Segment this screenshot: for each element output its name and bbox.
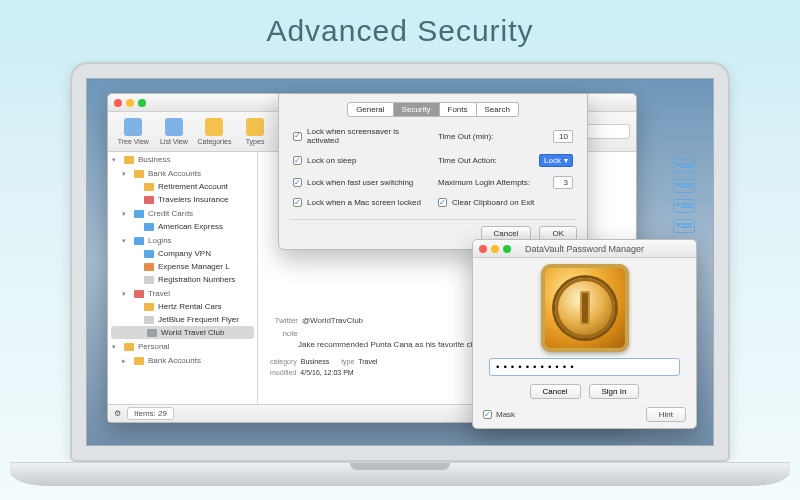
pref-option[interactable]: Lock when screensaver is activated <box>293 127 428 145</box>
pref-label: Lock when screensaver is activated <box>307 127 428 145</box>
pref-label: Maximum Login Attempts: <box>438 178 530 187</box>
sidebar-group-label: Personal <box>138 342 170 351</box>
sidebar-group[interactable]: Bank Accounts <box>108 353 257 367</box>
sidebar-group-label: Bank Accounts <box>148 356 201 365</box>
settings-icon[interactable]: ⚙ <box>114 409 121 418</box>
signin-button[interactable]: Sign In <box>589 384 640 399</box>
type-label: type <box>341 358 354 365</box>
item-icon <box>144 183 154 191</box>
vault-icon <box>541 264 629 352</box>
sidebar-group[interactable]: Bank Accounts <box>108 166 257 180</box>
toolbar-label: List View <box>160 138 188 145</box>
checkbox-icon[interactable] <box>293 178 302 187</box>
sidebar-item-label: Company VPN <box>158 249 211 258</box>
sidebar-item-label: Travelers Insurance <box>158 195 228 204</box>
folder-icon <box>134 237 144 245</box>
pref-field[interactable]: 10 <box>553 130 573 143</box>
pref-option[interactable]: Lock on sleep <box>293 154 428 167</box>
pref-option[interactable]: Lock when a Mac screen locked <box>293 198 428 207</box>
item-icon <box>147 329 157 337</box>
mask-label: Mask <box>496 410 515 419</box>
twitter-label: Twitter <box>270 316 298 325</box>
hint-button[interactable]: Hint <box>646 407 686 422</box>
checkbox-icon[interactable] <box>293 156 302 165</box>
sidebar-item-label: Hertz Rental Cars <box>158 302 222 311</box>
checkbox-icon[interactable] <box>438 198 447 207</box>
login-titlebar: DataVault Password Manager <box>473 240 696 258</box>
sidebar-group[interactable]: Travel <box>108 286 257 300</box>
pref-option[interactable]: Maximum Login Attempts:3 <box>438 176 573 189</box>
chevron-down-icon: ▾ <box>564 156 568 165</box>
card-icon <box>673 199 695 213</box>
sidebar-group[interactable]: Credit Cards <box>108 206 257 220</box>
login-title: DataVault Password Manager <box>473 244 696 254</box>
pref-label: Lock on sleep <box>307 156 356 165</box>
sidebar-item[interactable]: Travelers Insurance <box>108 193 257 206</box>
item-count: Items: 29 <box>127 407 174 420</box>
pref-label: Time Out Action: <box>438 156 497 165</box>
sidebar-item-label: World Travel Club <box>161 328 224 337</box>
sidebar-item[interactable]: Company VPN <box>108 247 257 260</box>
login-cancel-button[interactable]: Cancel <box>530 384 581 399</box>
toolbar-categories[interactable]: Categories <box>195 118 234 145</box>
password-input[interactable]: ••••••••••• <box>489 358 680 376</box>
sidebar-item[interactable]: American Express <box>108 220 257 233</box>
item-icon <box>144 196 154 204</box>
mask-checkbox[interactable] <box>483 410 492 419</box>
toolbar-label: Tree View <box>118 138 149 145</box>
prefs-tab-fonts[interactable]: Fonts <box>440 102 477 117</box>
sidebar-group-label: Credit Cards <box>148 209 193 218</box>
sidebar-item[interactable]: Retirement Account <box>108 180 257 193</box>
tree-view-icon <box>124 118 142 136</box>
sidebar[interactable]: BusinessBank AccountsRetirement AccountT… <box>108 152 258 404</box>
sidebar-group-label: Logins <box>148 236 172 245</box>
hero-background: Advanced Security DataVault Password Man… <box>0 0 800 500</box>
sidebar-group-label: Bank Accounts <box>148 169 201 178</box>
sidebar-group[interactable]: Business <box>108 152 257 166</box>
pref-option[interactable]: Time Out Action:Lock ▾ <box>438 154 573 167</box>
twitter-value: @WorldTravClub <box>302 316 363 325</box>
toolbar-label: Categories <box>198 138 232 145</box>
categories-icon <box>205 118 223 136</box>
login-window: DataVault Password Manager ••••••••••• C… <box>472 239 697 429</box>
prefs-tabs[interactable]: GeneralSecurityFontsSearch <box>289 102 577 117</box>
pref-option[interactable]: Clear Clipboard on Exit <box>438 198 573 207</box>
toolbar-list-view[interactable]: List View <box>155 118 194 145</box>
sidebar-item-label: Expense Manager L <box>158 262 230 271</box>
folder-icon <box>124 156 134 164</box>
prefs-tab-general[interactable]: General <box>347 102 393 117</box>
toolbar-types[interactable]: Types <box>236 118 275 145</box>
card-icon <box>673 179 695 193</box>
checkbox-icon[interactable] <box>293 198 302 207</box>
sidebar-item[interactable]: World Travel Club <box>111 326 254 339</box>
desktop-screen: DataVault Password Manager Tree ViewList… <box>86 78 714 446</box>
sidebar-group[interactable]: Personal <box>108 339 257 353</box>
sidebar-group[interactable]: Logins <box>108 233 257 247</box>
category-label: category <box>270 358 297 365</box>
sidebar-item[interactable]: Registration Numbers <box>108 273 257 286</box>
sidebar-item[interactable]: Expense Manager L <box>108 260 257 273</box>
pref-option[interactable]: Time Out (min):10 <box>438 127 573 145</box>
folder-icon <box>134 290 144 298</box>
pref-field[interactable]: 3 <box>553 176 573 189</box>
sidebar-item-label: Registration Numbers <box>158 275 235 284</box>
item-icon <box>144 223 154 231</box>
category-value: Business <box>301 358 329 365</box>
pref-select[interactable]: Lock ▾ <box>539 154 573 167</box>
checkbox-icon[interactable] <box>293 132 302 141</box>
pref-label: Lock when fast user switching <box>307 178 413 187</box>
item-icon <box>144 250 154 258</box>
toolbar-label: Types <box>246 138 265 145</box>
folder-icon <box>124 343 134 351</box>
toolbar-tree-view[interactable]: Tree View <box>114 118 153 145</box>
prefs-tab-search[interactable]: Search <box>477 102 519 117</box>
laptop-mock: DataVault Password Manager Tree ViewList… <box>70 62 730 486</box>
preferences-sheet: GeneralSecurityFontsSearch Lock when scr… <box>278 94 588 250</box>
prefs-tab-security[interactable]: Security <box>394 102 440 117</box>
sidebar-item[interactable]: Hertz Rental Cars <box>108 300 257 313</box>
card-icon <box>673 219 695 233</box>
pref-label: Time Out (min): <box>438 132 493 141</box>
sidebar-item[interactable]: JetBlue Frequent Flyer <box>108 313 257 326</box>
folder-icon <box>134 357 144 365</box>
pref-option[interactable]: Lock when fast user switching <box>293 176 428 189</box>
